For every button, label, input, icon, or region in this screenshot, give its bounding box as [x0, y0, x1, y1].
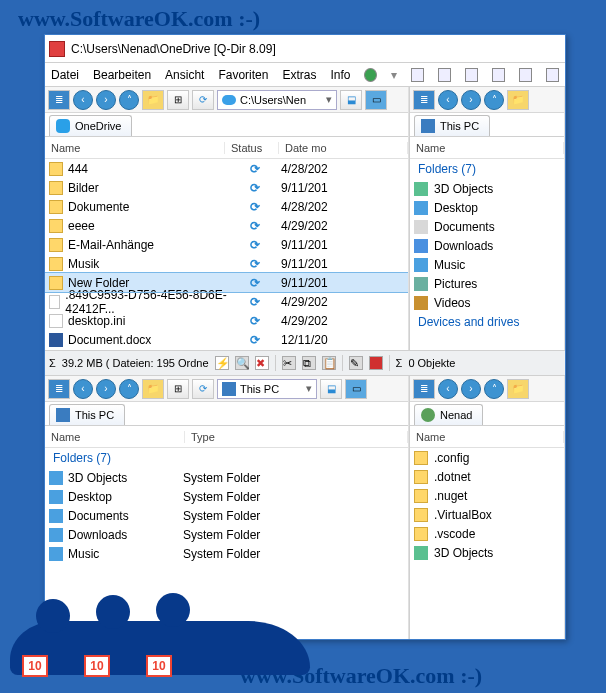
layout-5-icon[interactable]: [519, 68, 532, 82]
list-item[interactable]: .dotnet: [410, 467, 564, 486]
menu-ansicht[interactable]: Ansicht: [165, 68, 204, 82]
layout-4-icon[interactable]: [492, 68, 505, 82]
list-item[interactable]: .nuget: [410, 486, 564, 505]
layout-6-icon[interactable]: [546, 68, 559, 82]
list-view-icon[interactable]: ≣: [413, 90, 435, 110]
col-type[interactable]: Type: [185, 431, 408, 443]
sigma-icon[interactable]: Σ: [49, 357, 56, 369]
col-name[interactable]: Name: [45, 431, 185, 443]
column-headers-tl[interactable]: Name Status Date mo: [45, 137, 408, 159]
up-button[interactable]: ˄: [484, 379, 504, 399]
up-button[interactable]: ˄: [484, 90, 504, 110]
monitor-icon[interactable]: ▭: [365, 90, 387, 110]
list-item[interactable]: .config: [410, 448, 564, 467]
list-item[interactable]: Desktop: [410, 198, 564, 217]
list-item[interactable]: MusicSystem Folder: [45, 544, 408, 563]
tree-icon[interactable]: ⬓: [320, 379, 342, 399]
list-item[interactable]: DesktopSystem Folder: [45, 487, 408, 506]
list-item[interactable]: 3D ObjectsSystem Folder: [45, 468, 408, 487]
list-item[interactable]: 3D Objects: [410, 179, 564, 198]
group-devices[interactable]: Devices and drives: [410, 312, 564, 332]
list-item[interactable]: Documents: [410, 217, 564, 236]
folder-open-icon[interactable]: 📁: [507, 90, 529, 110]
grid-icon[interactable]: [369, 356, 383, 370]
menu-datei[interactable]: Datei: [51, 68, 79, 82]
titlebar[interactable]: C:\Users\Nenad\OneDrive [Q-Dir 8.09]: [45, 35, 565, 63]
list-item[interactable]: 3D Objects: [410, 543, 564, 562]
list-view-icon[interactable]: ≣: [48, 90, 70, 110]
tab-thispc[interactable]: This PC: [49, 404, 125, 425]
group-folders[interactable]: Folders (7): [410, 159, 564, 179]
list-item[interactable]: Musik⟳9/11/201: [45, 254, 408, 273]
list-item[interactable]: Downloads: [410, 236, 564, 255]
back-button[interactable]: ‹: [73, 90, 93, 110]
group-folders[interactable]: Folders (7): [45, 448, 408, 468]
refresh-icon[interactable]: ⟳: [192, 379, 214, 399]
list-item[interactable]: 444⟳4/28/202: [45, 159, 408, 178]
list-item[interactable]: Pictures: [410, 274, 564, 293]
address-bar[interactable]: C:\Users\Nen ▾: [217, 90, 337, 110]
zoom-icon[interactable]: 🔍: [235, 356, 249, 370]
folder-open-icon[interactable]: 📁: [142, 379, 164, 399]
paste-icon[interactable]: 📋: [322, 356, 336, 370]
list-item[interactable]: eeee⟳4/29/202: [45, 216, 408, 235]
layout-1-icon[interactable]: [411, 68, 424, 82]
tab-nenad[interactable]: Nenad: [414, 404, 483, 425]
address-bar[interactable]: This PC ▾: [217, 379, 317, 399]
forward-button[interactable]: ›: [461, 379, 481, 399]
col-name[interactable]: Name: [45, 142, 225, 154]
menu-favoriten[interactable]: Favoriten: [218, 68, 268, 82]
folder-open-icon[interactable]: 📁: [507, 379, 529, 399]
list-item[interactable]: .vscode: [410, 524, 564, 543]
layout-3-icon[interactable]: [465, 68, 478, 82]
edit-icon[interactable]: ✎: [349, 356, 363, 370]
list-view-icon[interactable]: ≣: [48, 379, 70, 399]
folder-open-icon[interactable]: 📁: [142, 90, 164, 110]
list-item[interactable]: desktop.ini⟳4/29/202: [45, 311, 408, 330]
list-item[interactable]: E-Mail-Anhänge⟳9/11/201: [45, 235, 408, 254]
forward-button[interactable]: ›: [96, 90, 116, 110]
forward-button[interactable]: ›: [461, 90, 481, 110]
delete-icon[interactable]: ✖: [255, 356, 269, 370]
menu-info[interactable]: Info: [330, 68, 350, 82]
list-item[interactable]: Bilder⟳9/11/201: [45, 178, 408, 197]
col-status[interactable]: Status: [225, 142, 279, 154]
column-headers-bl[interactable]: Name Type: [45, 426, 408, 448]
bolt-icon[interactable]: ⚡: [215, 356, 229, 370]
up-button[interactable]: ˄: [119, 379, 139, 399]
forward-button[interactable]: ›: [96, 379, 116, 399]
refresh-icon[interactable]: ⟳: [192, 90, 214, 110]
col-name[interactable]: Name: [410, 431, 564, 443]
list-item[interactable]: Dokumente⟳4/28/202: [45, 197, 408, 216]
back-button[interactable]: ‹: [73, 379, 93, 399]
cut-icon[interactable]: ✂: [282, 356, 296, 370]
sigma-icon[interactable]: Σ: [396, 357, 403, 369]
tree-icon[interactable]: ⬓: [340, 90, 362, 110]
monitor-icon[interactable]: ▭: [345, 379, 367, 399]
list-view-icon[interactable]: ≣: [413, 379, 435, 399]
up-button[interactable]: ˄: [119, 90, 139, 110]
globe-icon[interactable]: [364, 68, 377, 82]
tab-thispc[interactable]: This PC: [414, 115, 490, 136]
menu-extras[interactable]: Extras: [282, 68, 316, 82]
tab-onedrive[interactable]: OneDrive: [49, 115, 132, 136]
file-list-tl[interactable]: 444⟳4/28/202Bilder⟳9/11/201Dokumente⟳4/2…: [45, 159, 408, 350]
menu-bearbeiten[interactable]: Bearbeiten: [93, 68, 151, 82]
file-list-br[interactable]: .config.dotnet.nuget.VirtualBox.vscode3D…: [410, 448, 564, 639]
list-item[interactable]: .VirtualBox: [410, 505, 564, 524]
list-item[interactable]: Videos: [410, 293, 564, 312]
views-icon[interactable]: ⊞: [167, 90, 189, 110]
list-item[interactable]: DocumentsSystem Folder: [45, 506, 408, 525]
views-icon[interactable]: ⊞: [167, 379, 189, 399]
list-item[interactable]: Music: [410, 255, 564, 274]
back-button[interactable]: ‹: [438, 90, 458, 110]
column-headers-br[interactable]: Name: [410, 426, 564, 448]
col-date[interactable]: Date mo: [279, 142, 408, 154]
list-item[interactable]: .849C9593-D756-4E56-8D6E-42412F...⟳4/29/…: [45, 292, 408, 311]
back-button[interactable]: ‹: [438, 379, 458, 399]
copy-icon[interactable]: ⧉: [302, 356, 316, 370]
layout-2-icon[interactable]: [438, 68, 451, 82]
list-item[interactable]: Document.docx⟳12/11/20: [45, 330, 408, 349]
list-item[interactable]: DownloadsSystem Folder: [45, 525, 408, 544]
file-list-tr[interactable]: Folders (7) 3D ObjectsDesktopDocumentsDo…: [410, 159, 564, 350]
